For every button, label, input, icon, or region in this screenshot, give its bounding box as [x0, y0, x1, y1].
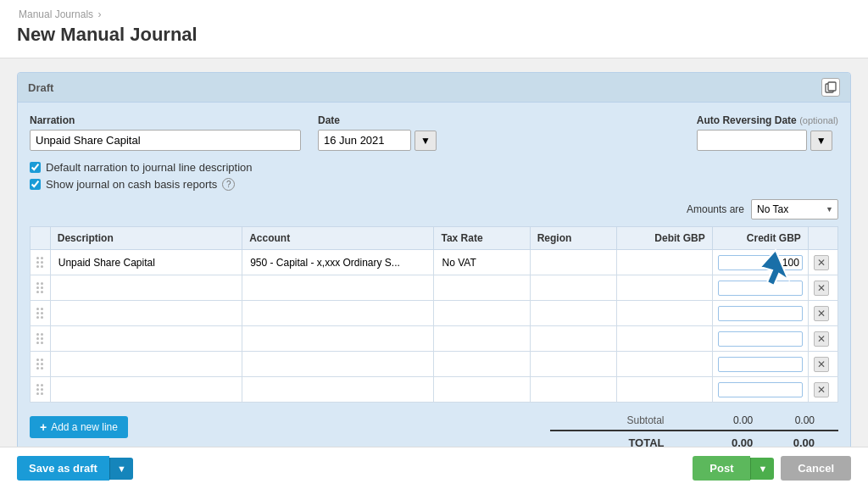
region-input[interactable]: [536, 383, 611, 397]
debit-input[interactable]: [622, 383, 707, 397]
description-input[interactable]: [56, 358, 236, 371]
drag-handle[interactable]: [31, 377, 51, 403]
cell-description[interactable]: [50, 377, 242, 403]
cell-tax-rate[interactable]: [434, 326, 530, 352]
credit-input[interactable]: [718, 382, 803, 397]
remove-row-button[interactable]: ✕: [814, 331, 829, 347]
debit-input[interactable]: [622, 281, 707, 295]
cell-region[interactable]: [530, 326, 616, 352]
region-input[interactable]: [536, 332, 611, 346]
account-input[interactable]: [248, 281, 428, 295]
narration-input[interactable]: [30, 130, 301, 151]
description-input[interactable]: [56, 332, 236, 346]
credit-input[interactable]: [718, 255, 803, 270]
description-input[interactable]: [56, 383, 236, 397]
remove-row-button[interactable]: ✕: [814, 357, 829, 372]
auto-reversing-dropdown-button[interactable]: ▼: [810, 131, 832, 151]
cell-description[interactable]: [50, 352, 242, 377]
help-icon[interactable]: ?: [222, 178, 235, 191]
date-input[interactable]: [318, 130, 411, 151]
drag-handle[interactable]: [31, 275, 51, 301]
region-input[interactable]: [536, 281, 611, 295]
tax-rate-input[interactable]: [439, 332, 524, 346]
debit-input[interactable]: [622, 358, 707, 371]
checkbox-cash-basis[interactable]: [30, 179, 41, 190]
cell-account[interactable]: [242, 352, 434, 377]
drag-handle[interactable]: [31, 352, 51, 377]
description-input[interactable]: [56, 256, 236, 270]
amounts-select[interactable]: No Tax Tax Exclusive Tax Inclusive: [751, 199, 838, 219]
cell-region[interactable]: [530, 250, 616, 275]
region-input[interactable]: [536, 358, 611, 371]
post-button[interactable]: Post: [693, 456, 750, 481]
post-dropdown-button[interactable]: ▼: [750, 458, 774, 480]
cell-account[interactable]: [242, 326, 434, 352]
account-input[interactable]: [248, 256, 428, 270]
cell-debit-gbp[interactable]: [616, 326, 712, 352]
cell-credit-gbp[interactable]: [712, 352, 808, 377]
tax-rate-input[interactable]: [439, 383, 524, 397]
cell-credit-gbp[interactable]: [712, 275, 808, 301]
debit-input[interactable]: [622, 307, 707, 320]
cell-account[interactable]: [242, 275, 434, 301]
remove-row-button[interactable]: ✕: [814, 255, 829, 270]
cell-region[interactable]: [530, 352, 616, 377]
drag-handle[interactable]: [31, 250, 51, 275]
account-input[interactable]: [248, 383, 428, 397]
cell-account[interactable]: [242, 377, 434, 403]
cell-region[interactable]: [530, 377, 616, 403]
cell-credit-gbp[interactable]: [712, 377, 808, 403]
tax-rate-input[interactable]: [439, 358, 524, 371]
cell-region[interactable]: [530, 301, 616, 326]
description-input[interactable]: [56, 281, 236, 295]
drag-handle[interactable]: [31, 301, 51, 326]
cell-credit-gbp[interactable]: [712, 326, 808, 352]
cell-tax-rate[interactable]: [434, 275, 530, 301]
cell-debit-gbp[interactable]: [616, 352, 712, 377]
account-input[interactable]: [248, 358, 428, 371]
copy-button[interactable]: [821, 78, 840, 97]
save-draft-button[interactable]: Save as draft: [17, 456, 109, 481]
drag-handle[interactable]: [31, 326, 51, 352]
credit-input[interactable]: [718, 306, 803, 321]
remove-row-button[interactable]: ✕: [814, 382, 829, 397]
breadcrumb[interactable]: Manual Journals ›: [17, 8, 851, 20]
cell-tax-rate[interactable]: [434, 301, 530, 326]
date-dropdown-button[interactable]: ▼: [415, 131, 437, 151]
cell-debit-gbp[interactable]: [616, 275, 712, 301]
cell-debit-gbp[interactable]: [616, 377, 712, 403]
cell-description[interactable]: [50, 326, 242, 352]
cell-account[interactable]: [242, 301, 434, 326]
cell-tax-rate[interactable]: [434, 352, 530, 377]
add-new-line-button[interactable]: + Add a new line: [30, 416, 128, 438]
cell-tax-rate[interactable]: [434, 250, 530, 275]
credit-input[interactable]: [718, 281, 803, 296]
cancel-button[interactable]: Cancel: [781, 456, 851, 481]
cell-debit-gbp[interactable]: [616, 250, 712, 275]
region-input[interactable]: [536, 307, 611, 320]
amounts-select-wrap[interactable]: No Tax Tax Exclusive Tax Inclusive: [751, 199, 838, 219]
cell-credit-gbp[interactable]: [712, 301, 808, 326]
cell-description[interactable]: [50, 250, 242, 275]
description-input[interactable]: [56, 307, 236, 320]
cell-credit-gbp[interactable]: [712, 250, 808, 275]
tax-rate-input[interactable]: [439, 307, 524, 320]
region-input[interactable]: [536, 256, 611, 270]
cell-description[interactable]: [50, 275, 242, 301]
auto-reversing-input[interactable]: [697, 130, 807, 151]
checkbox-narration[interactable]: [30, 162, 41, 173]
credit-input[interactable]: [718, 357, 803, 372]
credit-input[interactable]: [718, 331, 803, 347]
cell-region[interactable]: [530, 275, 616, 301]
tax-rate-input[interactable]: [439, 256, 524, 270]
tax-rate-input[interactable]: [439, 281, 524, 295]
cell-account[interactable]: [242, 250, 434, 275]
account-input[interactable]: [248, 332, 428, 346]
debit-input[interactable]: [622, 332, 707, 346]
cell-tax-rate[interactable]: [434, 377, 530, 403]
cell-debit-gbp[interactable]: [616, 301, 712, 326]
cell-description[interactable]: [50, 301, 242, 326]
debit-input[interactable]: [622, 256, 707, 270]
save-draft-dropdown-button[interactable]: ▼: [109, 458, 133, 480]
account-input[interactable]: [248, 307, 428, 320]
